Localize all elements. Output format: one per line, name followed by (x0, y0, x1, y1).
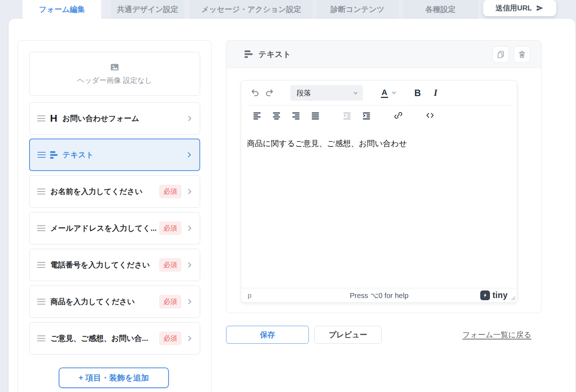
text-block-editor-panel: テキスト (226, 40, 541, 313)
list-item-label: 商品を入力してください (50, 297, 135, 307)
copy-icon (496, 50, 505, 59)
editor-status-bar: Press ⌥0 for help p tiny (241, 288, 517, 302)
heading-icon: H (50, 113, 57, 123)
drag-handle-icon[interactable] (37, 335, 45, 342)
trash-icon (518, 50, 526, 59)
chevron-right-icon (186, 298, 193, 305)
tiny-brand-text: tiny (492, 290, 508, 300)
tab-form-edit[interactable]: フォーム編集 (23, 0, 101, 19)
richtext-editor: 段落 A B I (241, 80, 517, 303)
header-image-label: ヘッダー画像 設定なし (77, 76, 152, 85)
align-left-button[interactable] (251, 109, 264, 122)
required-badge: 必須 (159, 332, 181, 345)
chevron-right-icon (186, 261, 193, 269)
drag-handle-icon[interactable] (37, 299, 45, 305)
tab-label: メッセージ・アクション設定 (201, 4, 301, 14)
align-center-icon (272, 111, 281, 120)
required-badge: 必須 (159, 258, 181, 272)
tab-various-settings[interactable]: 各種設定 (403, 0, 478, 19)
align-justify-icon (311, 111, 320, 120)
list-item-product-field[interactable]: 商品を入力してください 必須 (29, 285, 200, 318)
chevron-down-icon (352, 90, 359, 96)
indent-button[interactable] (360, 109, 373, 122)
code-button[interactable] (423, 109, 436, 122)
header-image-placeholder[interactable]: ヘッダー画像 設定なし (29, 52, 200, 96)
image-icon (110, 62, 120, 72)
panel-header: テキスト (226, 41, 541, 68)
link-button[interactable] (392, 109, 405, 122)
add-item-label: + 項目・装飾を追加 (78, 373, 149, 383)
redo-button[interactable] (262, 86, 276, 100)
drag-handle-icon[interactable] (37, 116, 45, 122)
text-block-icon (244, 50, 253, 58)
text-block-icon (50, 151, 58, 159)
list-item-email-field[interactable]: メールアドレスを入力してく... 必須 (29, 212, 200, 244)
duplicate-button[interactable] (492, 46, 509, 63)
form-structure-sidebar: ヘッダー画像 設定なし H お問い合わせフォーム テキスト お名前を入力してくだ… (18, 40, 212, 392)
editor-toolbar-row1: 段落 A B I (241, 81, 517, 105)
resize-handle[interactable] (511, 296, 516, 301)
tiny-brand[interactable]: tiny (480, 290, 508, 300)
element-path[interactable]: p (248, 292, 252, 299)
tab-label: フォーム編集 (39, 4, 85, 14)
align-right-icon (292, 111, 300, 120)
chevron-right-icon (186, 225, 193, 232)
editor-content-area[interactable]: 商品に関するご意見、ご感想、お問い合わせ (241, 125, 517, 288)
list-item-label: お名前を入力してください (50, 186, 143, 197)
list-item-label: テキスト (63, 150, 94, 160)
send-url-label: 送信用URL (495, 3, 532, 13)
drag-handle-icon[interactable] (37, 189, 45, 195)
required-badge: 必須 (159, 221, 181, 235)
preview-button[interactable]: プレビュー (314, 326, 382, 344)
outdent-icon (343, 111, 351, 120)
align-justify-button[interactable] (309, 109, 322, 122)
tab-label: 共通デザイン設定 (117, 4, 178, 14)
send-icon (536, 4, 544, 12)
indent-icon (362, 111, 371, 120)
tab-label: 診断コンテンツ (330, 4, 384, 14)
list-item-name-field[interactable]: お名前を入力してください 必須 (29, 175, 200, 208)
paragraph-format-select[interactable]: 段落 (290, 85, 363, 101)
drag-handle-icon[interactable] (37, 262, 45, 268)
chevron-down-icon (391, 90, 397, 96)
drag-handle-icon[interactable] (37, 225, 45, 231)
list-item-text-block-selected[interactable]: テキスト (29, 139, 200, 171)
required-badge: 必須 (159, 295, 181, 308)
chevron-right-icon (186, 151, 193, 158)
tab-message-action-settings[interactable]: メッセージ・アクション設定 (190, 0, 312, 19)
list-item-label: ご意見、ご感想、お問い合... (50, 333, 148, 343)
editor-paragraph-text: 商品に関するご意見、ご感想、お問い合わせ (247, 139, 407, 148)
back-to-form-list-link[interactable]: フォーム一覧に戻る (463, 330, 531, 340)
list-item-feedback-field[interactable]: ご意見、ご感想、お問い合... 必須 (29, 322, 200, 355)
tab-diagnostic-content[interactable]: 診断コンテンツ (316, 0, 399, 19)
tab-common-design-settings[interactable]: 共通デザイン設定 (111, 0, 184, 19)
paragraph-format-value: 段落 (297, 88, 352, 98)
chevron-right-icon (186, 115, 193, 122)
drag-handle-icon[interactable] (37, 152, 46, 158)
outdent-button[interactable] (341, 109, 354, 122)
list-item-label: メールアドレスを入力してく... (50, 223, 157, 233)
bold-button[interactable]: B (414, 88, 421, 98)
delete-button[interactable] (514, 46, 530, 63)
chevron-right-icon (186, 188, 193, 195)
list-item-label: お問い合わせフォーム (62, 113, 139, 123)
tiny-logo-icon (480, 290, 490, 300)
tab-label: 各種設定 (426, 4, 456, 14)
send-url-button[interactable]: 送信用URL (483, 0, 556, 16)
list-item-form-heading[interactable]: H お問い合わせフォーム (29, 102, 200, 135)
required-badge: 必須 (159, 185, 181, 198)
align-right-button[interactable] (289, 109, 302, 122)
align-left-icon (253, 111, 261, 120)
text-color-button[interactable]: A (381, 88, 397, 98)
save-label: 保存 (260, 330, 275, 340)
list-item-phone-field[interactable]: 電話番号を入力してください 必須 (29, 249, 200, 281)
text-color-letter: A (381, 88, 388, 98)
preview-label: プレビュー (329, 330, 367, 340)
panel-title: テキスト (258, 49, 291, 60)
undo-button[interactable] (248, 86, 262, 100)
save-button[interactable]: 保存 (226, 326, 309, 344)
redo-icon (265, 89, 274, 98)
add-item-button[interactable]: + 項目・装飾を追加 (59, 368, 169, 388)
align-center-button[interactable] (270, 109, 283, 122)
italic-button[interactable]: I (434, 88, 437, 98)
